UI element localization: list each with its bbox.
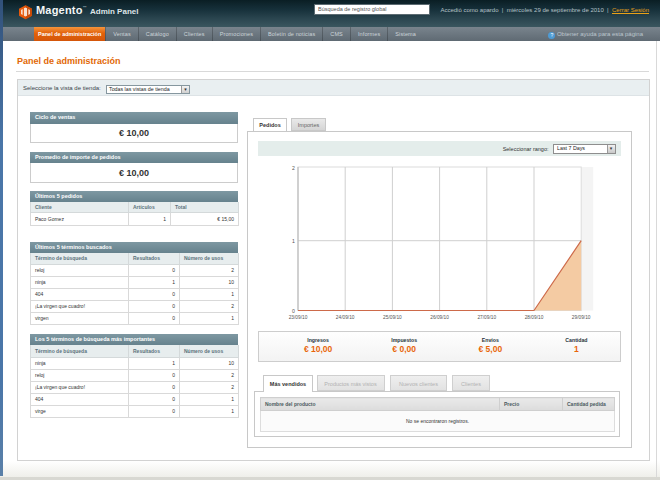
svg-text:24/09/10: 24/09/10 <box>336 315 355 320</box>
svg-text:28/09/10: 28/09/10 <box>525 315 544 320</box>
svg-text:23/09/10: 23/09/10 <box>289 315 308 320</box>
svg-text:1: 1 <box>292 238 295 244</box>
svg-text:29/09/10: 29/09/10 <box>572 315 591 320</box>
svg-text:26/09/10: 26/09/10 <box>430 315 449 320</box>
svg-text:27/09/10: 27/09/10 <box>477 315 496 320</box>
svg-text:25/09/10: 25/09/10 <box>383 315 402 320</box>
svg-text:2: 2 <box>292 165 295 171</box>
svg-text:0: 0 <box>292 308 295 314</box>
